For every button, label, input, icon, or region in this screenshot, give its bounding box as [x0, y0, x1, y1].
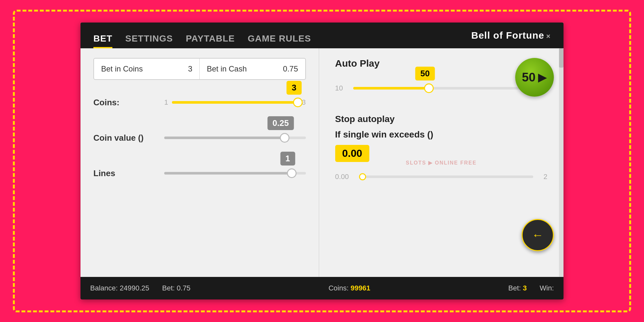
game-title: Bell of Fortune× [471, 30, 551, 41]
tab-paytable[interactable]: PAYTABLE [179, 30, 241, 48]
coin-value-slider-row: Coin value () 0.25 [93, 128, 306, 147]
coins-value-status: 99961 [351, 284, 370, 292]
win-exceeds-badge: 0.00 [335, 145, 369, 162]
coins-slider-badge: 3 [287, 81, 301, 95]
back-arrow-icon: ← [532, 228, 544, 242]
coin-value-slider-thumb[interactable]: 0.25 [280, 133, 289, 143]
bet-coins-label: Bet in Coins [101, 64, 143, 73]
coins-slider-track[interactable]: 3 [172, 101, 298, 104]
balance-value-num: 24990.25 [120, 284, 149, 292]
autoplay-title: Auto Play [335, 58, 548, 69]
autoplay-slider-badge: 50 [415, 67, 435, 80]
coins-slider-fill [172, 101, 298, 104]
autoplay-slider-container: 50 [353, 79, 525, 98]
lines-slider-label: Lines [93, 168, 158, 178]
coins-item: Coins: 99961 [204, 284, 496, 292]
scrollbar[interactable] [559, 48, 564, 277]
win-item: Win: [540, 284, 554, 292]
app-window: BET SETTINGS PAYTABLE GAME RULES Bell of… [80, 23, 564, 299]
balance-label: Balance: [90, 284, 118, 292]
coins-slider-row: Coins: 1 3 3 [93, 93, 306, 112]
coin-value-slider-track[interactable]: 0.25 [164, 137, 306, 139]
bet2-label: Bet: [508, 284, 521, 292]
win-exceeds-title: If single win exceeds () [335, 129, 548, 140]
bet-coins-field: Bet in Coins 3 [94, 59, 200, 79]
play-btn-inner: 50 ▶ [522, 71, 547, 84]
scrollbar-thumb[interactable] [559, 48, 564, 68]
win-exceeds-slider-row: 0.00 2 [335, 167, 548, 186]
autoplay-slider-fill [353, 87, 429, 90]
tab-game-rules[interactable]: GAME RULES [241, 30, 317, 48]
left-panel: Bet in Coins 3 Bet in Cash 0.75 Coins: 1 [80, 48, 319, 277]
coin-value-slider-container: 0.25 [164, 128, 306, 147]
coin-value-slider-fill [164, 137, 285, 139]
coins-slider-min: 1 [164, 98, 168, 107]
tab-bet[interactable]: BET [87, 30, 119, 48]
balance-item: Balance: 24990.25 [90, 284, 149, 292]
bet-value-num: 0.75 [177, 284, 191, 292]
autoplay-slider-thumb[interactable]: 50 [424, 83, 434, 93]
nav-tabs: BET SETTINGS PAYTABLE GAME RULES [87, 30, 317, 48]
bet-cash-label: Bet in Cash [207, 64, 247, 73]
play-button[interactable]: 50 ▶ [515, 58, 554, 97]
win-exceeds-slider-track[interactable] [359, 175, 533, 178]
lines-slider-thumb[interactable]: 1 [287, 168, 297, 178]
coins-slider-container: 1 3 3 [164, 93, 306, 112]
status-bar: Balance: 24990.25 Bet: 0.75 Coins: 99961… [80, 277, 564, 299]
bet-cash-field: Bet in Cash 0.75 [200, 59, 305, 79]
lines-slider-badge: 1 [280, 152, 295, 166]
lines-slider-container: 1 [164, 164, 306, 183]
autoplay-slider-track[interactable]: 50 [353, 87, 525, 90]
coins-slider-thumb[interactable]: 3 [293, 98, 303, 107]
play-btn-number: 50 [522, 71, 535, 84]
watermark: SLOTS ▶ ONLINE FREE [406, 160, 477, 166]
lines-slider-row: Lines 1 [93, 164, 306, 183]
bet2-value: 3 [523, 284, 527, 292]
lines-slider-track[interactable]: 1 [164, 172, 306, 175]
nav-bar: BET SETTINGS PAYTABLE GAME RULES Bell of… [80, 23, 564, 48]
win-exceeds-slider-container [359, 167, 533, 186]
right-panel: Auto Play 10 50 100 [319, 48, 564, 277]
back-button[interactable]: ← [522, 219, 554, 251]
play-btn-arrow-icon: ▶ [538, 71, 547, 84]
coin-value-slider-badge: 0.25 [267, 116, 294, 130]
stop-autoplay-title: Stop autoplay [335, 114, 548, 124]
tab-settings[interactable]: SETTINGS [119, 30, 179, 48]
bet2-item: Bet: 3 [508, 284, 527, 292]
bet-coins-value: 3 [188, 64, 192, 73]
outer-border: BET SETTINGS PAYTABLE GAME RULES Bell of… [13, 10, 631, 312]
bet-summary: Bet in Coins 3 Bet in Cash 0.75 [93, 58, 306, 80]
win-exceeds-slider-thumb[interactable] [359, 173, 366, 180]
autoplay-slider-min: 10 [335, 84, 343, 92]
win-exceeds-slider-max: 2 [544, 173, 547, 181]
main-content: Bet in Coins 3 Bet in Cash 0.75 Coins: 1 [80, 48, 564, 277]
coins-label-status: Coins: [328, 284, 348, 292]
coin-value-label: Coin value () [93, 133, 158, 143]
close-icon[interactable]: × [546, 32, 551, 40]
coins-slider-label: Coins: [93, 98, 158, 108]
bet-item: Bet: 0.75 [162, 284, 191, 292]
bet-label: Bet: [162, 284, 175, 292]
win-label: Win: [540, 284, 554, 292]
bet-cash-value: 0.75 [283, 64, 298, 73]
lines-slider-fill [164, 172, 292, 175]
win-exceeds-slider-min: 0.00 [335, 173, 349, 181]
